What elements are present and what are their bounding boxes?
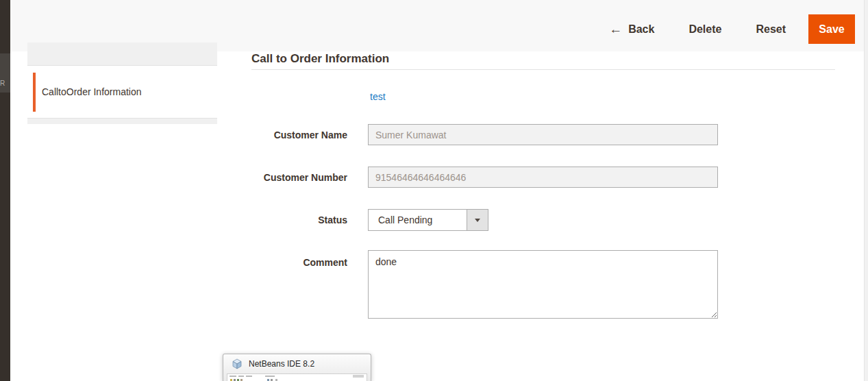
status-label: Status <box>251 214 347 225</box>
delete-button[interactable]: Delete <box>689 23 721 36</box>
test-link[interactable]: test <box>370 91 386 102</box>
form-tabs-sidebar: CalltoOrder Information <box>27 42 217 124</box>
thumb-menu-dash <box>265 376 275 377</box>
comment-textarea[interactable]: done <box>368 250 718 319</box>
customer-name-input[interactable] <box>368 124 718 145</box>
select-arrow-button[interactable] <box>467 210 488 230</box>
admin-menu-rail[interactable]: R <box>0 0 10 381</box>
back-button[interactable]: ← Back <box>609 23 654 36</box>
section-title: Call to Order Information <box>251 52 389 66</box>
netbeans-cube-icon <box>232 358 243 369</box>
taskbar-preview-popup[interactable]: NetBeans IDE 8.2 <box>223 354 371 381</box>
back-button-label: Back <box>628 23 654 36</box>
thumb-menu-dash <box>230 376 236 377</box>
thumb-menu-dash <box>238 376 244 377</box>
chevron-down-icon <box>475 219 480 222</box>
scrollbar-track[interactable] <box>864 0 868 381</box>
magento-admin-page: R ← Back Delete Reset Save CalltoOrder I… <box>0 0 868 381</box>
taskbar-preview-header: NetBeans IDE 8.2 <box>223 354 371 369</box>
status-select[interactable]: Call Pending <box>368 209 488 231</box>
customer-number-input[interactable] <box>368 167 718 188</box>
status-selected-value: Call Pending <box>378 214 432 225</box>
active-tab-indicator <box>33 73 36 112</box>
comment-row: Comment done <box>251 250 724 319</box>
tab-calltoorder-information[interactable]: CalltoOrder Information <box>27 66 217 118</box>
tab-placeholder-top[interactable] <box>27 42 217 66</box>
section-divider <box>251 69 835 70</box>
customer-number-row: Customer Number <box>251 167 724 188</box>
header-actions: ← Back Delete Reset Save <box>609 14 855 44</box>
save-button[interactable]: Save <box>808 14 855 44</box>
reset-button-label: Reset <box>756 23 786 36</box>
admin-menu-letter: R <box>0 79 10 87</box>
customer-number-label: Customer Number <box>251 172 347 183</box>
test-row: test <box>251 91 724 102</box>
ide-window-thumbnail[interactable] <box>227 373 367 381</box>
thumb-scrollbar-block <box>353 375 364 378</box>
customer-name-label: Customer Name <box>251 130 347 140</box>
comment-label: Comment <box>251 250 347 268</box>
thumb-menu-dash <box>246 376 252 377</box>
tab-label: CalltoOrder Information <box>27 86 142 97</box>
reset-button[interactable]: Reset <box>756 23 786 36</box>
back-arrow-icon: ← <box>609 23 622 36</box>
admin-menu-active-item[interactable]: R <box>0 53 10 93</box>
customer-name-row: Customer Name <box>251 124 724 145</box>
status-row: Status Call Pending <box>251 209 724 231</box>
delete-button-label: Delete <box>689 23 721 36</box>
tab-placeholder-bottom[interactable] <box>27 118 217 124</box>
taskbar-preview-title: NetBeans IDE 8.2 <box>249 359 314 369</box>
